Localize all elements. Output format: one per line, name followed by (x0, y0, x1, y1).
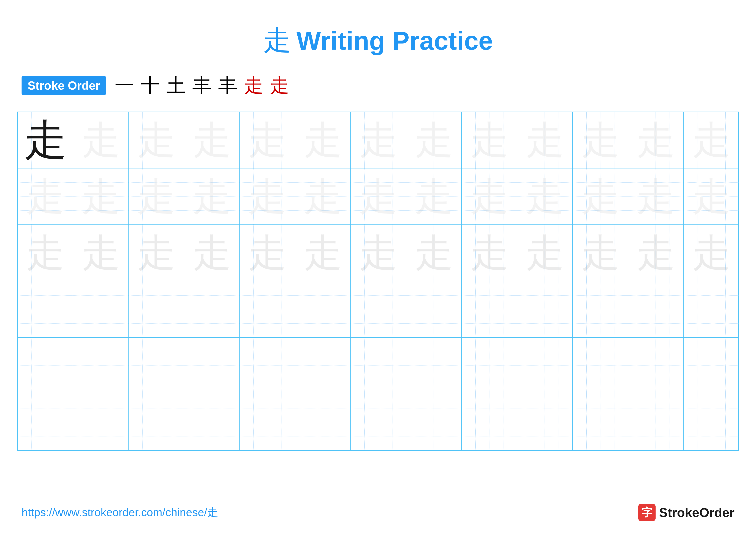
grid-row-1[interactable]: 走走走走走走走走走走走走走 (18, 168, 738, 225)
grid-cell-5-1[interactable] (73, 394, 129, 450)
grid-cell-2-3[interactable]: 走 (184, 225, 240, 281)
grid-cell-1-7[interactable]: 走 (406, 168, 462, 224)
grid-cell-3-1[interactable] (73, 281, 129, 337)
grid-cell-2-6[interactable]: 走 (351, 225, 406, 281)
practice-char: 走 (636, 234, 675, 272)
grid-cell-1-9[interactable]: 走 (517, 168, 573, 224)
grid-cell-1-4[interactable]: 走 (240, 168, 295, 224)
grid-cell-3-11[interactable] (628, 281, 684, 337)
grid-cell-4-0[interactable] (18, 338, 73, 394)
grid-cell-2-2[interactable]: 走 (129, 225, 184, 281)
grid-cell-1-1[interactable]: 走 (73, 168, 129, 224)
grid-row-3[interactable] (18, 281, 738, 338)
grid-cell-4-9[interactable] (517, 338, 573, 394)
grid-cell-3-0[interactable] (18, 281, 73, 337)
grid-cell-5-0[interactable] (18, 394, 73, 450)
grid-cell-4-12[interactable] (684, 338, 739, 394)
grid-cell-0-12[interactable]: 走 (684, 112, 739, 168)
grid-cell-3-8[interactable] (462, 281, 517, 337)
grid-cell-1-11[interactable]: 走 (628, 168, 684, 224)
practice-char: 走 (304, 177, 342, 216)
practice-char: 走 (692, 177, 731, 216)
grid-cell-5-4[interactable] (240, 394, 295, 450)
grid-cell-3-5[interactable] (295, 281, 351, 337)
grid-cell-0-8[interactable]: 走 (462, 112, 517, 168)
grid-cell-3-2[interactable] (129, 281, 184, 337)
grid-cell-2-5[interactable]: 走 (295, 225, 351, 281)
grid-cell-1-2[interactable]: 走 (129, 168, 184, 224)
grid-cell-3-3[interactable] (184, 281, 240, 337)
stroke-7: 走 (270, 72, 289, 99)
grid-cell-0-0[interactable]: 走 (18, 112, 73, 168)
grid-cell-4-2[interactable] (129, 338, 184, 394)
grid-row-4[interactable] (18, 338, 738, 394)
practice-char: 走 (304, 121, 342, 159)
grid-cell-2-7[interactable]: 走 (406, 225, 462, 281)
grid-cell-0-3[interactable]: 走 (184, 112, 240, 168)
grid-cell-5-10[interactable] (573, 394, 628, 450)
grid-row-2[interactable]: 走走走走走走走走走走走走走 (18, 225, 738, 281)
grid-cell-1-10[interactable]: 走 (573, 168, 628, 224)
grid-cell-2-9[interactable]: 走 (517, 225, 573, 281)
grid-cell-2-10[interactable]: 走 (573, 225, 628, 281)
grid-cell-1-6[interactable]: 走 (351, 168, 406, 224)
grid-cell-4-4[interactable] (240, 338, 295, 394)
grid-cell-1-8[interactable]: 走 (462, 168, 517, 224)
grid-row-0[interactable]: 走走走走走走走走走走走走走 (18, 112, 738, 168)
grid-cell-4-8[interactable] (462, 338, 517, 394)
grid-cell-3-4[interactable] (240, 281, 295, 337)
grid-cell-5-11[interactable] (628, 394, 684, 450)
grid-cell-4-1[interactable] (73, 338, 129, 394)
grid-cell-0-2[interactable]: 走 (129, 112, 184, 168)
practice-char: 走 (248, 121, 286, 159)
grid-cell-2-0[interactable]: 走 (18, 225, 73, 281)
grid-cell-1-3[interactable]: 走 (184, 168, 240, 224)
grid-cell-1-5[interactable]: 走 (295, 168, 351, 224)
grid-cell-5-12[interactable] (684, 394, 739, 450)
grid-cell-0-7[interactable]: 走 (406, 112, 462, 168)
grid-row-5[interactable] (18, 394, 738, 450)
grid-cell-3-7[interactable] (406, 281, 462, 337)
grid-cell-0-9[interactable]: 走 (517, 112, 573, 168)
practice-char: 走 (192, 177, 231, 216)
grid-cell-4-11[interactable] (628, 338, 684, 394)
practice-char: 走 (304, 234, 342, 272)
title-chinese-char: 走 (263, 24, 291, 56)
title-english-text: Writing Practice (297, 26, 493, 55)
logo-icon: 字 (638, 504, 656, 521)
grid-cell-1-0[interactable]: 走 (18, 168, 73, 224)
grid-cell-5-2[interactable] (129, 394, 184, 450)
practice-char: 走 (248, 177, 286, 216)
grid-cell-3-12[interactable] (684, 281, 739, 337)
grid-cell-0-1[interactable]: 走 (73, 112, 129, 168)
grid-cell-5-8[interactable] (462, 394, 517, 450)
grid-cell-5-6[interactable] (351, 394, 406, 450)
grid-cell-2-1[interactable]: 走 (73, 225, 129, 281)
grid-cell-5-5[interactable] (295, 394, 351, 450)
grid-cell-1-12[interactable]: 走 (684, 168, 739, 224)
grid-cell-2-8[interactable]: 走 (462, 225, 517, 281)
footer: https://www.strokeorder.com/chinese/走 字 … (0, 504, 756, 521)
grid-cell-2-11[interactable]: 走 (628, 225, 684, 281)
grid-cell-2-12[interactable]: 走 (684, 225, 739, 281)
practice-char: 走 (470, 121, 509, 159)
grid-cell-4-5[interactable] (295, 338, 351, 394)
grid-cell-0-11[interactable]: 走 (628, 112, 684, 168)
practice-char: 走 (26, 234, 65, 272)
grid-cell-0-5[interactable]: 走 (295, 112, 351, 168)
grid-cell-0-6[interactable]: 走 (351, 112, 406, 168)
grid-cell-0-4[interactable]: 走 (240, 112, 295, 168)
grid-cell-5-9[interactable] (517, 394, 573, 450)
grid-cell-5-3[interactable] (184, 394, 240, 450)
practice-char: 走 (137, 177, 176, 216)
grid-cell-4-10[interactable] (573, 338, 628, 394)
grid-cell-5-7[interactable] (406, 394, 462, 450)
grid-cell-4-7[interactable] (406, 338, 462, 394)
grid-cell-3-9[interactable] (517, 281, 573, 337)
grid-cell-4-3[interactable] (184, 338, 240, 394)
grid-cell-2-4[interactable]: 走 (240, 225, 295, 281)
grid-cell-4-6[interactable] (351, 338, 406, 394)
grid-cell-3-10[interactable] (573, 281, 628, 337)
grid-cell-3-6[interactable] (351, 281, 406, 337)
grid-cell-0-10[interactable]: 走 (573, 112, 628, 168)
